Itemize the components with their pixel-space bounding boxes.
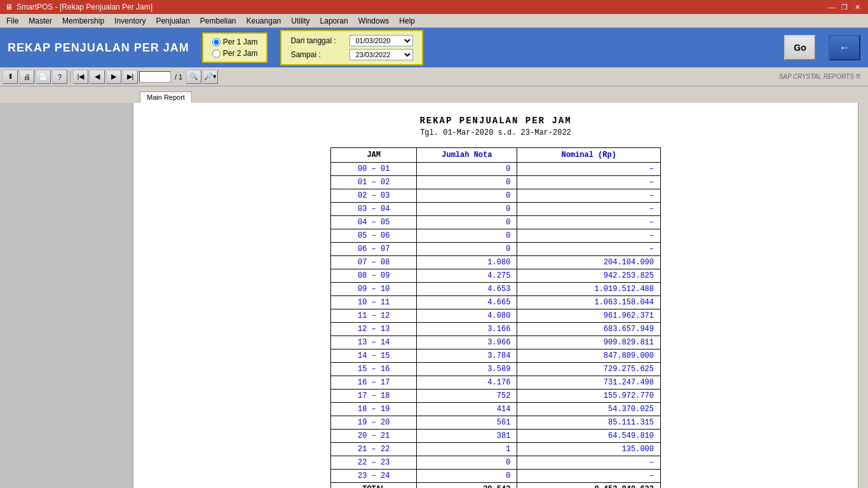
main-report-tab[interactable]: Main Report <box>140 92 192 103</box>
menu-item-help[interactable]: Help <box>394 15 420 27</box>
cell-nominal: 961.962.371 <box>517 309 661 323</box>
radio-per2jam-input[interactable] <box>212 50 220 58</box>
cell-jam: 14 – 15 <box>331 349 417 363</box>
table-row: 03 – 040– <box>331 203 661 216</box>
toolbar-btn-next[interactable]: ▶ <box>106 70 121 84</box>
table-row: 01 – 020– <box>331 176 661 189</box>
cell-jam: 18 – 19 <box>331 403 417 416</box>
cell-jumlah: 3.966 <box>417 336 517 349</box>
menu-item-pembelian[interactable]: Pembelian <box>195 15 241 27</box>
title-bar-controls: — ❐ ✕ <box>826 2 863 12</box>
toolbar-btn-2[interactable]: 🖨 <box>19 70 34 84</box>
table-row: 13 – 143.966909.829.811 <box>331 336 661 349</box>
page-total: / 1 <box>172 73 185 81</box>
cell-jam: 07 – 08 <box>331 256 417 269</box>
cell-jumlah: 381 <box>417 430 517 443</box>
cell-nominal: – <box>517 203 661 216</box>
menu-item-laporan[interactable]: Laporan <box>315 15 353 27</box>
toolbar-btn-prev[interactable]: ◀ <box>90 70 105 84</box>
menu-item-file[interactable]: File <box>1 15 24 27</box>
table-row: 09 – 104.6531.019.512.488 <box>331 283 661 296</box>
cell-jumlah: 0 <box>417 176 517 189</box>
cell-nominal: – <box>517 176 661 189</box>
from-date-select[interactable]: 01/03/2020 <box>349 35 413 46</box>
cell-nominal: 729.275.625 <box>517 363 661 376</box>
to-date-select[interactable]: 23/03/2022 <box>349 49 413 60</box>
page-number-input[interactable]: 1 <box>139 71 171 83</box>
separator-1 <box>70 71 71 83</box>
table-row: 22 – 230– <box>331 456 661 470</box>
table-row: 18 – 1941454.370.025 <box>331 403 661 416</box>
cell-nominal: – <box>517 456 661 470</box>
toolbar-btn-first[interactable]: |◀ <box>73 70 88 84</box>
go-button[interactable]: Go <box>784 35 816 60</box>
radio-per1jam-label: Per 1 Jam <box>223 37 258 46</box>
cell-jumlah: 561 <box>417 416 517 430</box>
cell-jam: 12 – 13 <box>331 323 417 336</box>
cell-jumlah: 0 <box>417 456 517 470</box>
cell-jam: 16 – 17 <box>331 376 417 390</box>
table-row: 05 – 060– <box>331 229 661 243</box>
table-row: 17 – 18752155.972.770 <box>331 390 661 403</box>
menu-item-membership[interactable]: Membership <box>57 15 109 27</box>
menu-item-master[interactable]: Master <box>24 15 57 27</box>
cell-jam: 03 – 04 <box>331 203 417 216</box>
menu-item-keuangan[interactable]: Keuangan <box>241 15 287 27</box>
cell-jumlah: 0 <box>417 163 517 176</box>
cell-jumlah: 4.653 <box>417 283 517 296</box>
cell-jam: 09 – 10 <box>331 283 417 296</box>
cell-jam: 00 – 01 <box>331 163 417 176</box>
back-button[interactable]: ← <box>829 35 860 60</box>
cell-jam: 05 – 06 <box>331 229 417 243</box>
from-date-row: Dari tanggal : 01/03/2020 <box>290 35 413 46</box>
table-row: 12 – 133.166683.657.949 <box>331 323 661 336</box>
radio-per1jam-input[interactable] <box>212 38 220 46</box>
toolbar-btn-1[interactable]: ⬆ <box>3 70 18 84</box>
cell-nominal: 942.253.825 <box>517 269 661 283</box>
sap-label: SAP CRYSTAL REPORTS ® <box>779 73 865 80</box>
minimize-button[interactable]: — <box>826 2 837 12</box>
table-row: 20 – 2138164.549.810 <box>331 430 661 443</box>
col-header-jam: JAM <box>331 148 417 163</box>
cell-jumlah: 0 <box>417 203 517 216</box>
toolbar-btn-zoom[interactable]: 🔎▾ <box>203 70 218 84</box>
toolbar: ⬆ 🖨 📄 ? |◀ ◀ ▶ ▶| 1 / 1 🔍 🔎▾ SAP CRYSTAL… <box>0 67 868 86</box>
cell-jam: 15 – 16 <box>331 363 417 376</box>
total-nominal: 8.452.949.622 <box>517 483 661 489</box>
cell-nominal: 85.111.315 <box>517 416 661 430</box>
cell-jumlah: 4.665 <box>417 296 517 309</box>
cell-jumlah: 1.080 <box>417 256 517 269</box>
cell-nominal: 847.809.000 <box>517 349 661 363</box>
menu-item-penjualan[interactable]: Penjualan <box>151 15 194 27</box>
menu-item-inventory[interactable]: Inventory <box>109 15 151 27</box>
radio-per2jam-label: Per 2 Jam <box>223 49 258 58</box>
col-header-nominal: Nominal (Rp) <box>517 148 661 163</box>
cell-nominal: – <box>517 216 661 229</box>
total-label: TOTAL <box>331 483 417 489</box>
radio-per1jam[interactable]: Per 1 Jam <box>212 37 258 46</box>
table-row: 10 – 114.6651.063.158.044 <box>331 296 661 309</box>
cell-nominal: 204.104.090 <box>517 256 661 269</box>
cell-jumlah: 4.275 <box>417 269 517 283</box>
cell-jam: 13 – 14 <box>331 336 417 349</box>
restore-button[interactable]: ❐ <box>839 2 850 12</box>
table-row: 11 – 124.080961.962.371 <box>331 309 661 323</box>
table-row: 06 – 070– <box>331 243 661 256</box>
table-row: 07 – 081.080204.104.090 <box>331 256 661 269</box>
menu-item-utility[interactable]: Utility <box>286 15 315 27</box>
cell-jam: 08 – 09 <box>331 269 417 283</box>
close-button[interactable]: ✕ <box>851 2 863 12</box>
toolbar-btn-3[interactable]: 📄 <box>36 70 51 84</box>
toolbar-btn-last[interactable]: ▶| <box>123 70 138 84</box>
report-title: REKAP PENJUALAN PER JAM <box>146 116 845 126</box>
report-area: REKAP PENJUALAN PER JAM Tgl. 01-Mar-2020… <box>133 103 858 488</box>
radio-per2jam[interactable]: Per 2 Jam <box>212 49 258 58</box>
report-wrapper: REKAP PENJUALAN PER JAM Tgl. 01-Mar-2020… <box>0 103 868 488</box>
to-date-row: Sampai : 23/03/2022 <box>290 49 413 60</box>
radio-group: Per 1 Jam Per 2 Jam <box>202 32 268 63</box>
cell-nominal: 1.063.158.044 <box>517 296 661 309</box>
menu-item-windows[interactable]: Windows <box>353 15 395 27</box>
toolbar-btn-search[interactable]: 🔍 <box>186 70 201 84</box>
scrollbar-right[interactable] <box>858 103 868 488</box>
toolbar-btn-help[interactable]: ? <box>52 70 67 84</box>
